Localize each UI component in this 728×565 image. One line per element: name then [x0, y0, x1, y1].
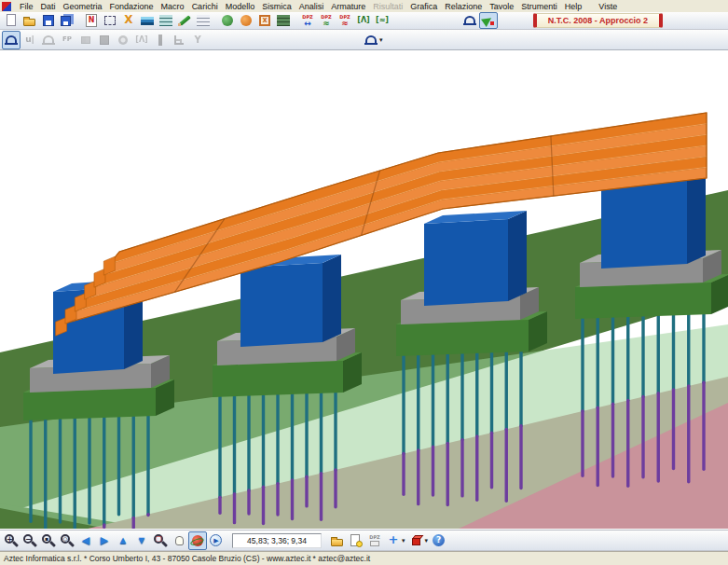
pan-hand-icon — [172, 533, 186, 548]
menu-file[interactable]: File — [16, 2, 37, 11]
toolbar-main-icons — [2, 12, 391, 29]
bridge-view-button[interactable] — [2, 31, 21, 49]
orbit-3d-button[interactable] — [188, 531, 207, 550]
menu-grafica[interactable]: Grafica — [406, 2, 441, 11]
deck-section-button[interactable] — [138, 12, 157, 29]
dot-grid-button[interactable] — [194, 12, 213, 29]
zoom-in-icon — [4, 533, 19, 548]
menu-armature[interactable]: Armature — [327, 2, 369, 11]
green-grid-button[interactable] — [157, 12, 175, 29]
flag-block-icon — [78, 33, 93, 48]
sheet-time-button[interactable] — [347, 531, 365, 550]
bridge-outline-icon — [462, 13, 477, 28]
bridge-dropdown-button[interactable]: ▾ — [362, 31, 385, 49]
menu-dati[interactable]: Dati — [37, 2, 60, 11]
play-button[interactable] — [207, 531, 226, 550]
green-circle-icon — [220, 13, 235, 28]
dpz-wave-button[interactable] — [317, 12, 336, 29]
dark-square-button[interactable] — [95, 31, 114, 49]
section-fp-icon — [60, 33, 75, 48]
menu-bar: FileDatiGeometriaFondazioneMacroCarichiM… — [0, 0, 728, 12]
zoom-previous-icon — [41, 533, 56, 548]
red-cube-button[interactable]: ▾ — [407, 531, 431, 550]
toolbar-nav: 45,83; 3,36; 9,34 ▾▾ — [0, 530, 728, 551]
arrow-left-icon — [78, 533, 93, 548]
norm-sheet-icon — [84, 13, 99, 28]
zoom-previous-button[interactable] — [39, 531, 58, 550]
pencil-button[interactable] — [175, 12, 194, 29]
help-button[interactable] — [430, 531, 448, 550]
new-document-button[interactable] — [2, 12, 21, 29]
section-fp-button[interactable] — [58, 31, 76, 49]
dark-bar-button[interactable] — [151, 31, 170, 49]
menu-modello[interactable]: Modello — [222, 2, 259, 11]
selection-marquee-button[interactable] — [101, 12, 119, 29]
zoom-window-icon — [153, 533, 168, 548]
arrow-down-icon — [134, 533, 149, 548]
pencil-icon — [177, 13, 192, 28]
menu-geometria[interactable]: Geometria — [60, 2, 106, 11]
toolbar-model-dropdown: ▾ — [362, 31, 385, 49]
folder-button[interactable] — [328, 531, 347, 550]
arrow-down-button[interactable] — [132, 531, 151, 550]
menu-fondazione[interactable]: Fondazione — [106, 2, 158, 11]
pile-curve-button[interactable] — [21, 31, 39, 49]
zoom-out-button[interactable] — [21, 531, 39, 550]
status-text: Aztec Informatica s.r.l. * Corso Umberto… — [4, 554, 370, 563]
orange-frame-icon — [257, 13, 272, 28]
menu-help[interactable]: Help — [561, 2, 586, 11]
green-circle-button[interactable] — [218, 12, 237, 29]
orange-frame-button[interactable] — [255, 12, 274, 29]
toolbar-nav-icons — [2, 531, 226, 550]
dpz-sheet-icon — [367, 533, 382, 548]
orange-circle-button[interactable] — [237, 12, 255, 29]
arrow-right-button[interactable] — [95, 531, 114, 550]
bridge-gray-button[interactable] — [39, 31, 58, 49]
pile-curve-icon — [22, 33, 37, 48]
dot-grid-icon — [196, 13, 211, 28]
zoom-extents-button[interactable] — [58, 531, 76, 550]
hourglass-icon — [121, 13, 136, 28]
coordinates-display: 45,83; 3,36; 9,34 — [232, 533, 322, 548]
dpz-wave-icon — [319, 13, 334, 28]
bridge-outline-button[interactable] — [460, 12, 479, 29]
zoom-window-button[interactable] — [151, 531, 170, 550]
menu-tavole[interactable]: Tavole — [486, 2, 517, 11]
norm-sheet-button[interactable] — [82, 12, 101, 29]
menu-macro[interactable]: Macro — [158, 2, 188, 11]
arrow-up-button[interactable] — [114, 531, 132, 550]
viewport-3d[interactable] — [0, 50, 728, 530]
save-button[interactable] — [39, 12, 58, 29]
menu-carichi[interactable]: Carichi — [188, 2, 222, 11]
dpz-sheet-button[interactable] — [365, 531, 384, 550]
arrow-left-button[interactable] — [76, 531, 95, 550]
dpz-arrows-button[interactable] — [298, 12, 317, 29]
flower-button[interactable] — [114, 31, 132, 49]
bracket-wave-button[interactable] — [373, 12, 391, 29]
hourglass-button[interactable] — [119, 12, 138, 29]
bracket-gray-button[interactable] — [132, 31, 151, 49]
dark-grid-icon — [276, 13, 291, 28]
wrench-y-button[interactable] — [188, 31, 207, 49]
open-folder-button[interactable] — [21, 12, 39, 29]
step-chart-icon — [172, 33, 186, 48]
flower-icon — [116, 33, 130, 48]
axes-move-button[interactable]: ▾ — [384, 531, 407, 550]
pan-hand-button[interactable] — [170, 531, 188, 550]
dpz-strike-button[interactable] — [336, 12, 354, 29]
dark-grid-button[interactable] — [274, 12, 293, 29]
menu-relazione[interactable]: Relazione — [441, 2, 486, 11]
bracket-profile-button[interactable] — [354, 12, 373, 29]
paintbrush-button[interactable] — [479, 12, 498, 29]
menu-strumenti[interactable]: Strumenti — [517, 2, 561, 11]
menu-sismica[interactable]: Sismica — [258, 2, 295, 11]
help-icon — [432, 533, 446, 548]
zoom-in-button[interactable] — [2, 531, 21, 550]
menu-analisi[interactable]: Analisi — [295, 2, 328, 11]
flag-block-button[interactable] — [76, 31, 95, 49]
menu-risultati: Risultati — [369, 2, 406, 11]
bridge-view-icon — [4, 33, 19, 48]
menu-viste[interactable]: Viste — [595, 2, 621, 11]
save-copy-button[interactable] — [58, 12, 76, 29]
step-chart-button[interactable] — [170, 31, 188, 49]
